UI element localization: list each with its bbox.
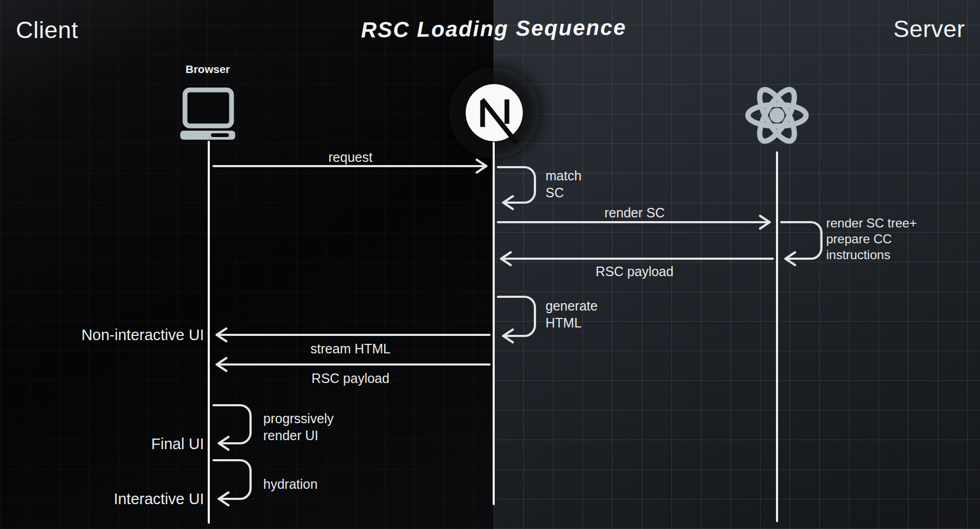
server-work-label: render SC tree+ prepare CC instructions <box>826 215 917 263</box>
server-actor-label: Server <box>893 15 965 43</box>
interactive-ui-label: Interactive UI <box>84 490 204 508</box>
progressively-render-self-loop <box>214 405 251 443</box>
progressively-render-label: progrssively render UI <box>263 411 334 444</box>
server-render-self-loop <box>781 222 821 259</box>
hydration-self-loop <box>214 460 251 499</box>
render-sc-label: render SC <box>559 205 710 221</box>
rsc-payload-server-label: RSC payload <box>559 263 710 279</box>
non-interactive-ui-label: Non-interactive UI <box>31 326 204 344</box>
lifelines <box>209 142 777 523</box>
browser-base-slot <box>211 133 229 137</box>
diagram-title: RSC Loading Sequence <box>335 14 652 43</box>
request-message-label: request <box>274 149 427 165</box>
browser-label: Browser <box>181 62 234 76</box>
rsc-sequence-diagram: Client RSC Loading Sequence Server Brows… <box>0 0 980 529</box>
stream-html-label: stream HTML <box>274 341 427 357</box>
final-ui-label: Final UI <box>84 435 204 453</box>
browser-monitor-shape <box>185 90 232 126</box>
client-actor-label: Client <box>16 16 78 44</box>
match-sc-label: match SC <box>546 168 581 201</box>
generate-html-self-loop <box>498 297 535 336</box>
hydration-label: hydration <box>263 476 318 493</box>
message-arrows <box>214 166 821 499</box>
browser-icon <box>180 90 235 140</box>
generate-html-label: generate HTML <box>546 298 598 331</box>
react-logo-icon <box>748 85 806 146</box>
match-sc-self-loop <box>498 167 535 203</box>
rsc-payload-client-label: RSC payload <box>274 370 427 386</box>
